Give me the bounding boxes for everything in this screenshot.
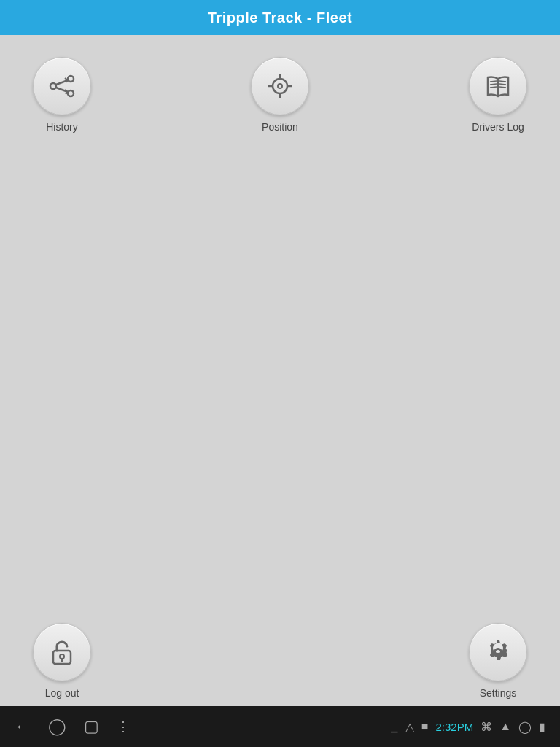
position-icon (264, 70, 296, 102)
history-label: History (46, 121, 78, 133)
logout-button[interactable]: Log out (29, 623, 95, 699)
position-label: Position (262, 121, 298, 133)
svg-point-5 (273, 79, 287, 93)
history-icon (46, 70, 78, 102)
bottom-icon-row: Log out Settings (0, 616, 560, 699)
settings-button[interactable]: Settings (465, 623, 531, 699)
app-bar: Tripple Track - Fleet (0, 0, 560, 35)
android-icon: △ (405, 720, 414, 734)
svg-line-14 (490, 87, 497, 88)
drivers-log-label: Drivers Log (472, 121, 524, 133)
svg-point-0 (50, 83, 56, 89)
unlock-icon (46, 636, 78, 668)
position-button[interactable]: Position (247, 57, 313, 133)
svg-point-19 (60, 654, 64, 659)
settings-icon-circle (469, 623, 527, 681)
bluetooth-icon: ◯ (518, 720, 532, 734)
time-display: 2:32PM (435, 721, 473, 733)
svg-point-1 (68, 76, 74, 82)
logout-icon-circle (33, 623, 91, 681)
nav-bar: ← ◯ ▢ ⋮ ⎯ △ ■ 2:32PM ⌘ ▲ ◯ ▮ (0, 706, 560, 747)
nav-right: ⎯ △ ■ 2:32PM ⌘ ▲ ◯ ▮ (391, 720, 545, 734)
top-icon-row: History Position (15, 50, 545, 133)
history-icon-circle (33, 57, 91, 115)
menu-button[interactable]: ⋮ (117, 719, 131, 735)
battery-icon: ▮ (539, 720, 545, 734)
svg-line-13 (490, 84, 497, 85)
svg-line-17 (499, 87, 506, 88)
svg-line-12 (490, 81, 497, 82)
drivers-log-icon-circle (469, 57, 527, 115)
svg-line-16 (499, 84, 506, 85)
usb-icon: ⎯ (391, 720, 398, 733)
main-content: History Position (0, 35, 560, 706)
svg-point-2 (68, 90, 74, 96)
recents-button[interactable]: ▢ (84, 717, 99, 736)
svg-rect-18 (53, 651, 71, 664)
logout-label: Log out (45, 687, 79, 699)
signal-icon: ▲ (499, 720, 511, 733)
book-icon (482, 70, 514, 102)
wifi-icon: ⌘ (481, 720, 492, 734)
shield-icon: ■ (421, 720, 429, 733)
history-button[interactable]: History (29, 57, 95, 133)
home-button[interactable]: ◯ (48, 717, 66, 736)
back-button[interactable]: ← (15, 717, 31, 736)
drivers-log-button[interactable]: Drivers Log (465, 57, 531, 133)
nav-left: ← ◯ ▢ ⋮ (15, 717, 131, 736)
app-title: Tripple Track - Fleet (208, 9, 352, 26)
settings-label: Settings (480, 687, 517, 699)
gear-icon (482, 636, 514, 668)
svg-point-6 (278, 84, 282, 88)
svg-line-15 (499, 81, 506, 82)
position-icon-circle (251, 57, 309, 115)
